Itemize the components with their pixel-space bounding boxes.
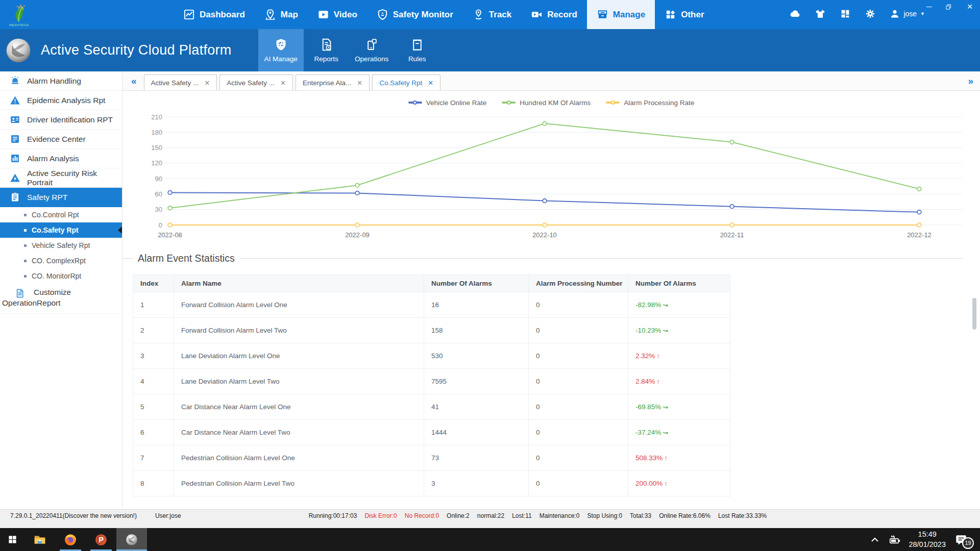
legend-item-alarm-processing-rate[interactable]: Alarm Processing Rate bbox=[606, 99, 694, 107]
sidebar-item-alarm-analysis[interactable]: Alarm Analysis bbox=[0, 149, 122, 168]
taskbar-start-button[interactable] bbox=[0, 528, 24, 551]
table-row[interactable]: 5Car Distance Near Alarm Level One410-69… bbox=[133, 394, 729, 420]
sidebar-item-customize-operationreport[interactable]: Customize OperationReport bbox=[0, 284, 122, 314]
taskbar-firefox-button[interactable] bbox=[55, 528, 86, 551]
sidebar-subitem-vehicle-safety-rpt[interactable]: Vehicle Safety Rpt bbox=[0, 238, 122, 253]
top-nav-map[interactable]: Map bbox=[255, 0, 308, 29]
table-row[interactable]: 1Forward Collision Alarm Level One160-82… bbox=[133, 292, 729, 318]
legend-item-vehicle-online-rate[interactable]: Vehicle Online Rate bbox=[408, 99, 487, 107]
doc-tab-active-safety-1[interactable]: Active Safety ...✕ bbox=[219, 74, 293, 90]
svg-text:150: 150 bbox=[151, 144, 162, 152]
app-tab-reports[interactable]: Reports bbox=[304, 29, 349, 71]
cloud-icon[interactable] bbox=[790, 8, 801, 19]
trend-up-arrow-icon: ↑ bbox=[664, 455, 667, 462]
taskbar-security-app-button[interactable] bbox=[116, 528, 147, 551]
notification-center[interactable]: 19 bbox=[953, 533, 969, 546]
trend-down-arrow-icon: ↝ bbox=[663, 403, 668, 411]
cell-processing-number: 0 bbox=[529, 369, 628, 394]
sidebar-subitem-co-complexrpt[interactable]: CO. ComplexRpt bbox=[0, 253, 122, 268]
sidebar-item-evidence-center[interactable]: Evidence Center bbox=[0, 130, 122, 149]
app-tab-label: Rules bbox=[408, 55, 426, 63]
top-nav-label: Dashboard bbox=[200, 10, 245, 20]
taskbar-clock[interactable]: 15:49 28/01/2023 bbox=[909, 530, 946, 549]
scrollbar-thumb[interactable] bbox=[972, 298, 976, 330]
cell-processing-number: 0 bbox=[529, 318, 628, 343]
trend-value: 200.00% bbox=[635, 480, 663, 487]
top-nav-label: Video bbox=[334, 10, 357, 20]
cell-index: 4 bbox=[133, 369, 174, 394]
svg-text:2022-12: 2022-12 bbox=[907, 231, 932, 239]
warning-triangle-icon bbox=[10, 95, 20, 106]
top-nav-safety-monitor[interactable]: Safety Monitor bbox=[367, 0, 463, 29]
sidebar-item-label: Driver Identification RPT bbox=[27, 115, 113, 124]
sidebar-subitem-co-control-rpt[interactable]: Co.Control Rpt bbox=[0, 207, 122, 222]
minimize-icon[interactable]: ─ bbox=[925, 2, 933, 12]
cell-number-of-alarms: 16 bbox=[424, 292, 529, 318]
app-tab-operations[interactable]: Operations bbox=[349, 29, 395, 71]
restore-icon[interactable] bbox=[945, 4, 953, 10]
driver-id-icon bbox=[10, 114, 20, 125]
doc-tab-label: Enterprise Ala... bbox=[303, 79, 351, 87]
legend-marker-icon bbox=[502, 102, 516, 104]
cell-trend: -82.98%↝ bbox=[628, 292, 730, 318]
doc-tab-active-safety-0[interactable]: Active Safety ...✕ bbox=[144, 74, 217, 90]
table-row[interactable]: 8Pedestrian Collision Alarm Level Two302… bbox=[133, 471, 729, 496]
top-nav-manage[interactable]: Manage bbox=[587, 0, 655, 29]
chevron-up-icon[interactable] bbox=[869, 534, 881, 546]
table-row[interactable]: 2Forward Collision Alarm Level Two1580-1… bbox=[133, 318, 729, 343]
top-nav-record[interactable]: Record bbox=[521, 0, 587, 29]
sidebar-item-driver-identification-rpt[interactable]: Driver Identification RPT bbox=[0, 110, 122, 130]
battery-plug-icon[interactable] bbox=[889, 534, 901, 546]
theme-shirt-icon[interactable] bbox=[815, 8, 826, 19]
top-nav-video[interactable]: Video bbox=[308, 0, 367, 29]
taskbar-file-explorer-button[interactable] bbox=[24, 528, 55, 551]
sidebar-item-epidemic-analysis-rpt[interactable]: Epidemic Analysis Rpt bbox=[0, 91, 122, 110]
doc-tab-enterprise-ala-2[interactable]: Enterprise Ala...✕ bbox=[296, 74, 370, 90]
bullet-icon bbox=[24, 260, 27, 262]
sidebar-subitem-co-monitorrpt[interactable]: CO. MonitorRpt bbox=[0, 268, 122, 284]
tab-close-icon[interactable]: ✕ bbox=[280, 79, 286, 87]
table-row[interactable]: 3Lane Deviation Alarm Level One53002.32%… bbox=[133, 343, 729, 369]
sidebar-item-safety-rpt[interactable]: Safety RPT bbox=[0, 188, 122, 207]
top-nav-dashboard[interactable]: Dashboard bbox=[174, 0, 255, 29]
settings-gear-icon[interactable] bbox=[865, 8, 876, 19]
doc-tab-co-safety-rpt-3[interactable]: Co.Safety Rpt✕ bbox=[372, 74, 440, 90]
cell-processing-number: 0 bbox=[529, 445, 628, 471]
app-tab-rules[interactable]: Rules bbox=[395, 29, 440, 71]
tabs-scroll-left-icon[interactable]: « bbox=[127, 76, 141, 87]
taskbar-powerpoint-button[interactable]: P bbox=[86, 528, 116, 551]
trend-value: 2.84% bbox=[635, 378, 655, 385]
layout-grid-icon[interactable] bbox=[840, 8, 851, 19]
sidebar-item-active-security-risk-portrait[interactable]: Active Security Risk Portrait bbox=[0, 168, 122, 188]
tabs-scroll-right-icon[interactable]: » bbox=[963, 76, 978, 87]
table-row[interactable]: 4Lane Deviation Alarm Level Two759502.84… bbox=[133, 369, 729, 394]
sidebar-subitem-co-safety-rpt[interactable]: Co.Safety Rpt bbox=[0, 222, 122, 238]
app-tab-ai-manage[interactable]: AI Manage bbox=[258, 29, 304, 71]
status-bar: 7.29.0.1_20220411(Discover the new versi… bbox=[0, 509, 980, 528]
table-row[interactable]: 7Pedestrian Collision Alarm Level One730… bbox=[133, 445, 729, 471]
rules-icon bbox=[410, 38, 424, 52]
close-icon[interactable]: × bbox=[966, 2, 974, 12]
status-left: 7.29.0.1_20220411(Discover the new versi… bbox=[10, 512, 181, 519]
top-nav-track[interactable]: Track bbox=[463, 0, 521, 29]
legend-marker-icon bbox=[606, 102, 620, 104]
sidebar-item-alarm-handling[interactable]: Alarm Handling bbox=[0, 71, 122, 91]
table-row[interactable]: 6Car Distance Near Alarm Level Two14440-… bbox=[133, 420, 729, 445]
svg-text:2022-10: 2022-10 bbox=[532, 231, 557, 239]
status-stats: Running:00:17:03Disk Error:0No Record:0O… bbox=[309, 512, 767, 519]
version-text[interactable]: 7.29.0.1_20220411(Discover the new versi… bbox=[10, 512, 137, 519]
tab-close-icon[interactable]: ✕ bbox=[204, 79, 210, 87]
track-pin-icon bbox=[473, 9, 484, 20]
legend-label: Alarm Processing Rate bbox=[624, 99, 694, 107]
user-menu[interactable]: jose▼ bbox=[890, 9, 925, 19]
user-name: jose bbox=[903, 10, 917, 18]
tab-close-icon[interactable]: ✕ bbox=[357, 79, 362, 87]
section-title: Alarm Event Statistics bbox=[122, 253, 980, 264]
legend-item-hundred-km-of-alarms[interactable]: Hundred KM Of Alarms bbox=[502, 99, 591, 107]
top-nav-other[interactable]: Other bbox=[655, 0, 714, 29]
leaf-logo-icon bbox=[9, 3, 29, 23]
status-stat-running: Running:00:17:03 bbox=[309, 512, 357, 519]
table-scrollbar[interactable] bbox=[972, 281, 976, 502]
tab-close-icon[interactable]: ✕ bbox=[428, 79, 433, 87]
legend-label: Vehicle Online Rate bbox=[426, 99, 487, 107]
